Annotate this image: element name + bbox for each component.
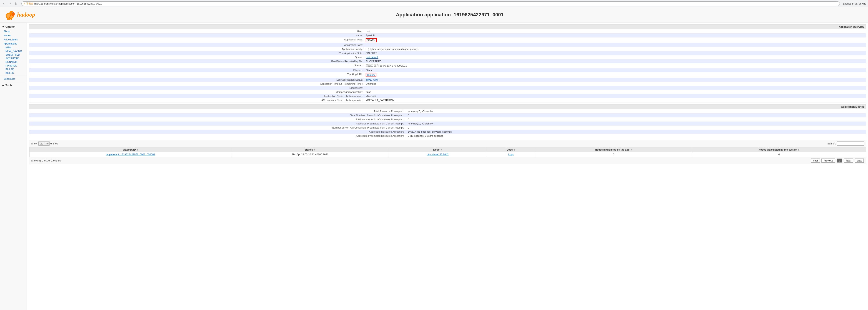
field-label: Diagnostics: — [29, 86, 364, 90]
field-label: Application Timeout (Remaining Time): — [29, 82, 364, 86]
tracking-url-link[interactable]: History — [367, 74, 375, 76]
field-value: TIME_OUT — [364, 78, 866, 82]
logo-wordmark: hadoop — [17, 11, 35, 18]
chevron-down-icon: ▼ — [2, 25, 4, 28]
entries-select[interactable]: 20 50 100 — [38, 141, 50, 145]
overview-row: Log Aggregation Status:TIME_OUT — [29, 78, 866, 82]
field-link[interactable]: root.default — [366, 56, 378, 59]
next-button[interactable]: Next — [844, 159, 854, 163]
sidebar: ▼ Cluster About Nodes Node Labels Applic… — [0, 23, 27, 310]
field-label: Log Aggregation Status: — [29, 78, 364, 82]
field-value: root.default — [364, 55, 866, 59]
content-area: Application Overview User:rootName:Spark… — [27, 23, 868, 310]
overview-row: YarnApplicationState:FINISHED — [29, 51, 866, 55]
app-metrics-section: Application Metrics Total Resource Preem… — [29, 104, 866, 138]
field-label: Queue: — [29, 55, 364, 59]
logged-in-label: Logged in as: dr.who — [843, 2, 866, 5]
metrics-value: <memory:0, vCores:0> — [406, 109, 866, 113]
sort-icon-logs: ⇕ — [514, 149, 515, 151]
col-attempt-id-label: Attempt ID — [123, 148, 136, 151]
forward-button[interactable]: → — [8, 1, 12, 6]
table-row: appattempt_1619625422971_0001_000001Thu … — [30, 152, 866, 157]
overview-row: Application Priority:0 (Higher Integer v… — [29, 47, 866, 51]
metrics-label: Aggregate Resource Allocation: — [29, 130, 406, 134]
field-value: 0 (Higher Integer value indicates higher… — [364, 47, 866, 51]
attempts-table: Attempt ID ⇕ Started ⇕ Node ⇕ Logs — [29, 147, 866, 157]
back-button[interactable]: ← — [2, 1, 6, 6]
overview-row: Queue:root.default — [29, 55, 866, 59]
field-label: Application Type: — [29, 37, 364, 43]
col-started-label: Started — [305, 148, 313, 151]
field-label: Tracking URL: — [29, 72, 364, 78]
overview-row: Started:星期四 四月 29 00:10:41 +0800 2021 — [29, 63, 866, 68]
field-value — [364, 86, 866, 90]
svg-rect-6 — [7, 18, 9, 20]
sidebar-item-scheduler[interactable]: Scheduler — [0, 77, 27, 81]
sidebar-item-failed[interactable]: FAILED — [0, 67, 27, 71]
col-nodes-blacklisted-app[interactable]: Nodes blacklisted by the app ⇕ — [535, 147, 692, 152]
security-label: 不安全 — [26, 2, 33, 5]
main-layout: ▼ Cluster About Nodes Node Labels Applic… — [0, 23, 868, 310]
url-text: linux123:8088/cluster/app/application_16… — [34, 2, 102, 5]
logs-link[interactable]: Logs — [508, 153, 514, 156]
field-label: YarnApplicationState: — [29, 51, 364, 55]
col-attempt-id[interactable]: Attempt ID ⇕ — [30, 147, 232, 152]
metrics-value: 0 MB-seconds, 0 vcore-seconds — [406, 134, 866, 138]
sidebar-item-nodes[interactable]: Nodes — [0, 33, 27, 37]
overview-row: Elapsed:36sec — [29, 68, 866, 72]
sidebar-item-submitted[interactable]: SUBMITTED — [0, 53, 27, 57]
chevron-right-icon: ► — [2, 84, 4, 87]
page-title: Application application_1619625422971_00… — [35, 12, 864, 18]
cluster-section[interactable]: ▼ Cluster — [0, 24, 27, 29]
first-button[interactable]: First — [811, 159, 820, 163]
sidebar-item-about[interactable]: About — [0, 29, 27, 33]
metrics-value: 146817 MB-seconds, 88 vcore-seconds — [406, 130, 866, 134]
sidebar-item-new-saving[interactable]: NEW_SAVING — [0, 49, 27, 53]
field-value: History — [364, 72, 866, 78]
page-1-button[interactable]: 1 — [837, 159, 842, 163]
blacklisted-app-value: 0 — [535, 152, 692, 157]
metrics-row: Total Resource Preempted:<memory:0, vCor… — [29, 109, 866, 113]
sidebar-item-new[interactable]: NEW — [0, 46, 27, 49]
svg-point-5 — [12, 12, 13, 13]
tools-label: Tools — [5, 84, 12, 87]
show-entries: Show 20 50 100 entries — [31, 141, 58, 145]
last-button[interactable]: Last — [855, 159, 864, 163]
app-overview-table: User:rootName:Spark PiApplication Type:S… — [29, 29, 866, 102]
field-value: SPARK — [364, 37, 866, 43]
sidebar-item-accepted[interactable]: ACCEPTED — [0, 57, 27, 60]
tools-section[interactable]: ► Tools — [0, 83, 27, 88]
sidebar-item-node-labels[interactable]: Node Labels — [0, 37, 27, 41]
field-value: <Not set> — [364, 94, 866, 98]
entries-label: entries — [51, 142, 58, 145]
node-link[interactable]: http://linux122:8042 — [427, 153, 449, 156]
reload-button[interactable]: ↻ — [13, 1, 18, 6]
overview-row: Application Tags: — [29, 43, 866, 47]
col-nodes-blacklisted-system[interactable]: Nodes blacklisted by the system ⇕ — [692, 147, 866, 152]
table-controls: Show 20 50 100 entries Search: — [29, 140, 866, 147]
attempt-id-link[interactable]: appattempt_1619625422971_0001_000001 — [106, 153, 155, 156]
field-value: Spark Pi — [364, 33, 866, 37]
col-started[interactable]: Started ⇕ — [232, 147, 388, 152]
started-value: Thu Apr 29 00:10:41 +0800 2021 — [232, 152, 388, 157]
col-logs[interactable]: Logs ⇕ — [487, 147, 535, 152]
field-value: FINISHED — [364, 51, 866, 55]
field-link[interactable]: TIME_OUT — [366, 78, 378, 81]
show-label: Show — [31, 142, 37, 145]
search-input[interactable] — [837, 141, 864, 145]
address-bar[interactable]: ⚠ 不安全 linux123:8088/cluster/app/applicat… — [21, 1, 840, 6]
field-label: Started: — [29, 63, 364, 68]
previous-button[interactable]: Previous — [822, 159, 835, 163]
security-icon: ⚠ — [23, 2, 26, 5]
sidebar-item-running[interactable]: RUNNING — [0, 60, 27, 64]
sidebar-item-applications[interactable]: Applications — [0, 41, 27, 46]
field-label: AM container Node Label expression: — [29, 98, 364, 102]
sidebar-item-killed[interactable]: KILLED — [0, 71, 27, 75]
field-label: FinalStatus Reported by AM: — [29, 59, 364, 63]
sidebar-item-finished[interactable]: FINISHED — [0, 64, 27, 67]
table-header-row: Attempt ID ⇕ Started ⇕ Node ⇕ Logs — [30, 147, 866, 152]
metrics-row: Aggregate Preempted Resource Allocation:… — [29, 134, 866, 138]
svg-rect-8 — [11, 18, 12, 20]
field-label: Name: — [29, 33, 364, 37]
col-node[interactable]: Node ⇕ — [388, 147, 487, 152]
